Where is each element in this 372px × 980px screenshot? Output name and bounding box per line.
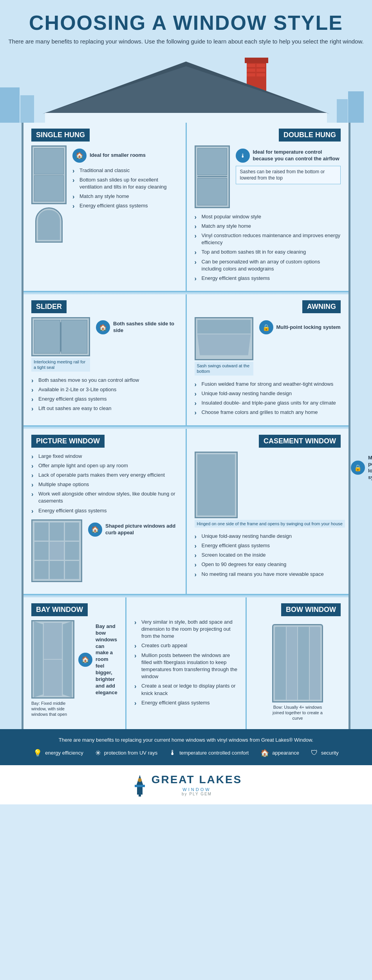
bullet-item: Energy efficient glass systems: [195, 541, 341, 550]
bullet-item: Bottom sash slides up for excellent vent…: [72, 175, 178, 192]
bay-center-bottom: [44, 660, 62, 696]
double-hung-section: DOUBLE HUNG 🌡 Ideal for temp: [187, 123, 349, 291]
slider-callout: Interlocking meeting rail for a tight se…: [31, 358, 90, 372]
double-hung-bullets: Most popular window style Match any styl…: [195, 212, 341, 283]
awning-text: 🔒 Multi-point locking system: [259, 317, 341, 338]
pw-pane: [50, 561, 64, 579]
bullet-item: Work well alongside other window styles,…: [31, 489, 178, 506]
svg-rect-18: [135, 785, 145, 787]
bullet-item: Top and bottom sashes tilt in for easy c…: [195, 247, 341, 257]
dh-rail: [197, 176, 227, 177]
bullet-item: Unique fold-away nesting handle design: [195, 389, 341, 398]
picture-window-caption-area: 🏠 Shaped picture windows add curb appeal: [88, 519, 178, 540]
bullet-item: Traditional and classic: [72, 166, 178, 175]
bay-window-section: BAY WINDOW: [23, 597, 126, 729]
pw-pane: [34, 542, 49, 560]
bow-img-area: Bow: Usually 4+ windows joined together …: [255, 624, 341, 721]
double-hung-icon: 🌡: [236, 149, 250, 163]
energy-label: energy efficiency: [45, 750, 83, 756]
bay-side-left: [34, 621, 43, 697]
bullet-item: Large fixed window: [31, 452, 178, 461]
slider-badge: 🏠 Both sashes slide side to side: [96, 320, 178, 334]
bow-pane-4: [310, 627, 321, 700]
svg-rect-16: [137, 787, 143, 795]
casement-window-area: Hinged on one side of the frame and open…: [195, 452, 345, 528]
single-hung-content: 🏠 Ideal for smaller rooms Traditional an…: [31, 145, 178, 243]
main-title: CHOOSING A WINDOW STYLE: [8, 12, 364, 34]
roof-svg: [0, 52, 372, 123]
bullet-item: Match any style home: [195, 221, 341, 231]
bow-window-section: BOW WINDOW Bow: Usually 4+ windows joine…: [247, 597, 349, 729]
slider-window-draw: [31, 317, 90, 356]
bay-center: [44, 623, 62, 696]
bay-icon: 🏠: [78, 653, 92, 667]
bullet-item: Multiple shape options: [31, 480, 178, 489]
picture-window-bullets: Large fixed window Offer ample light and…: [31, 452, 178, 515]
header-section: CHOOSING A WINDOW STYLE There are many b…: [0, 0, 372, 52]
subtitle: There are many benefits to replacing you…: [8, 37, 364, 46]
single-hung-icon: 🏠: [72, 149, 87, 163]
roof-graphic: [0, 52, 372, 123]
logo-text-block: GREAT LAKES WINDOW by PLY GEM: [152, 773, 242, 796]
benefit-security: 🛡 security: [311, 749, 339, 757]
lighthouse-svg: [130, 773, 150, 797]
awning-fixed: [197, 320, 251, 334]
bullet-item: Energy efficient glass systems: [134, 698, 238, 708]
casement-bullets: Unique fold-away nesting handle design E…: [195, 532, 341, 579]
logo-subtitle: WINDOW: [152, 787, 242, 792]
house-body: SINGLE HUNG: [22, 123, 350, 729]
casement-callout1: Hinged on one side of the frame and open…: [195, 520, 345, 528]
bullet-item: Can be personalized with an array of cus…: [195, 257, 341, 274]
single-hung-section: SINGLE HUNG: [23, 123, 187, 291]
double-hung-content: 🌡 Ideal for temperature control because …: [195, 145, 341, 208]
row-slider-awning: SLIDER Interlocking meeting rail for a: [23, 294, 349, 426]
slider-pane-left: [34, 320, 60, 354]
bay-caption: Bay: Fixed middle window, with side wind…: [31, 701, 74, 717]
bullet-item: Both sashes move so you can control airf…: [31, 376, 178, 385]
meeting-rail: [60, 322, 61, 352]
svg-rect-5: [247, 69, 255, 72]
slider-bullets: Both sashes move so you can control airf…: [31, 376, 178, 414]
benefit-uv: ✳ protection from UV rays: [95, 749, 158, 757]
temperature-label: temperature controlled comfort: [179, 750, 249, 756]
bow-pane-2: [287, 627, 298, 700]
bullet-item: Open to 90 degrees for easy cleaning: [195, 560, 341, 569]
double-hung-callout: Sashes can be raised from the bottom or …: [236, 166, 341, 185]
svg-rect-8: [256, 73, 265, 76]
infographic-wrapper: CHOOSING A WINDOW STYLE There are many b…: [0, 0, 372, 804]
bullet-item: Fusion welded frame for strong and weath…: [195, 379, 341, 389]
slider-pane-right: [61, 320, 87, 354]
bay-badge: 🏠 Bay and bow windows can make a room fe…: [78, 623, 117, 696]
casement-window-content: Hinged on one side of the frame and open…: [195, 452, 341, 528]
bullet-item: Match any style home: [72, 192, 178, 201]
double-hung-window-draw: [195, 145, 230, 208]
bay-bow-row: BAY WINDOW: [23, 597, 349, 729]
brand-name: GREAT LAKES: [152, 773, 242, 786]
uv-icon: ✳: [95, 749, 101, 757]
picture-window-img-area: 🏠 Shaped picture windows add curb appeal: [31, 519, 178, 582]
logo-row: GREAT LAKES WINDOW by PLY GEM: [8, 773, 364, 797]
svg-rect-13: [20, 95, 34, 123]
row-single-double-hung: SINGLE HUNG: [23, 123, 349, 292]
casement-title-bar: CASEMENT WINDOW: [259, 435, 341, 448]
appearance-label: appearance: [272, 750, 299, 756]
awning-content: Sash swings outward at the bottom 🔒 Mult…: [195, 317, 341, 376]
slider-window-area: Interlocking meeting rail for a tight se…: [31, 317, 90, 372]
benefit-appearance: 🏠 appearance: [260, 749, 299, 757]
window-pane-top: [34, 148, 64, 174]
double-hung-title-bar: DOUBLE HUNG: [279, 129, 341, 142]
picture-window-icon: 🏠: [88, 523, 102, 537]
awning-section: AWNING Sash swings outward at the bottom: [187, 294, 349, 425]
awning-open: [197, 334, 251, 355]
bullet-item: Very similar in style, both add space an…: [134, 617, 238, 641]
security-icon: 🛡: [311, 749, 318, 757]
temperature-icon: 🌡: [169, 749, 176, 757]
bay-draw-container: Bay: Fixed middle window, with side wind…: [31, 620, 74, 717]
pw-pane: [65, 542, 79, 560]
awning-icon: 🔒: [259, 320, 273, 334]
pw-pane: [50, 542, 64, 560]
dh-pane-bottom: [197, 178, 227, 205]
pw-pane: [65, 523, 79, 541]
slider-content: Interlocking meeting rail for a tight se…: [31, 317, 178, 372]
logo-bygem: by PLY GEM: [152, 792, 242, 796]
